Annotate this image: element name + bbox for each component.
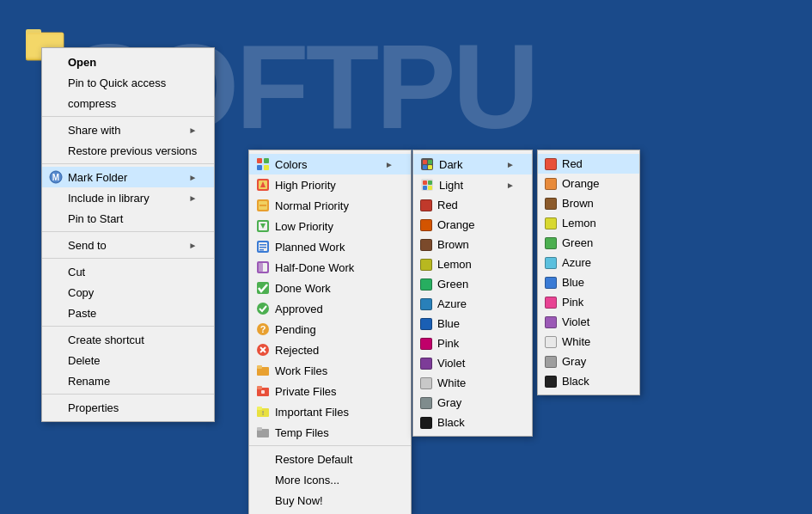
color-swatch [545, 277, 557, 289]
menu-item-buy-now[interactable]: Buy Now! [249, 490, 411, 511]
colors-icon [256, 157, 270, 171]
normal-priority-icon [256, 199, 270, 212]
menu-item-pending[interactable]: ? Pending [249, 319, 411, 340]
menu-item-more-icons[interactable]: More Icons... [249, 469, 411, 490]
menu-item-compress[interactable]: compress [42, 93, 214, 113]
svg-rect-38 [261, 390, 265, 394]
color-swatch [545, 376, 557, 388]
menu-item-approved[interactable]: Approved [249, 298, 411, 319]
menu-item-pink[interactable]: Pink [538, 292, 639, 312]
light-icon [420, 178, 434, 192]
menu-item-paste[interactable]: Paste [42, 303, 214, 323]
restore-default-icon [256, 452, 270, 466]
menu-item-violet[interactable]: Violet [538, 312, 639, 332]
menu-item-mark-folder[interactable]: M Mark Folder ► [42, 167, 214, 187]
pending-icon: ? [256, 322, 270, 336]
menu-item-cut[interactable]: Cut [42, 261, 214, 282]
svg-rect-46 [428, 160, 432, 164]
menu-item-green[interactable]: Green [538, 233, 639, 253]
menu-item-dark-lemon[interactable]: Lemon [413, 254, 532, 274]
svg-rect-50 [423, 181, 427, 185]
halfdone-work-icon [256, 260, 270, 274]
menu-item-dark-gray[interactable]: Gray [413, 393, 532, 413]
color-swatch [545, 198, 557, 210]
menu-item-colors[interactable]: Colors ► [249, 154, 411, 174]
pin-icon [49, 76, 63, 89]
delete-icon [49, 353, 63, 367]
svg-text:!: ! [262, 409, 265, 417]
svg-rect-22 [259, 247, 266, 248]
color-swatch [545, 336, 557, 348]
menu-item-high-priority[interactable]: High Priority [249, 174, 411, 195]
menu-item-azure[interactable]: Azure [538, 253, 639, 272]
menu-item-temp-files[interactable]: Temp Files [249, 422, 411, 443]
menu-item-done-work[interactable]: Done Work [249, 278, 411, 298]
menu-item-open[interactable]: Open [42, 52, 214, 72]
menu-item-copy[interactable]: Copy [42, 282, 214, 303]
menu-item-white[interactable]: White [538, 332, 639, 352]
menu-item-include-library[interactable]: Include in library ► [42, 187, 214, 208]
svg-text:?: ? [260, 324, 266, 334]
menu-item-delete[interactable]: Delete [42, 350, 214, 370]
menu-item-gray[interactable]: Gray [538, 352, 639, 371]
menu-item-rejected[interactable]: Rejected [249, 340, 411, 360]
menu-item-black[interactable]: Black [538, 371, 639, 391]
menu-item-properties[interactable]: Properties [42, 397, 214, 418]
temp-files-icon [256, 425, 270, 439]
menu-item-work-files[interactable]: Work Files [249, 360, 411, 381]
menu-item-dark-violet[interactable]: Violet [413, 353, 532, 373]
color-swatch [420, 417, 432, 429]
color-swatch [545, 158, 557, 170]
menu-item-rename[interactable]: Rename [42, 370, 214, 391]
menu-item-restore-prev[interactable]: Restore previous versions [42, 140, 214, 161]
menu-item-dark-brown[interactable]: Brown [413, 235, 532, 254]
menu-item-pin-start[interactable]: Pin to Start [42, 208, 214, 229]
menu-item-dark-pink[interactable]: Pink [413, 333, 532, 353]
menu-item-dark-white[interactable]: White [413, 373, 532, 393]
arrow-icon: ► [506, 181, 515, 190]
menu-item-blue[interactable]: Blue [538, 272, 639, 292]
color-swatch [545, 316, 557, 328]
menu-item-normal-priority[interactable]: Normal Priority [249, 195, 411, 216]
menu-item-brown[interactable]: Brown [538, 193, 639, 213]
color-swatch [545, 217, 557, 229]
menu-item-planned-work[interactable]: Planned Work [249, 236, 411, 257]
menu-item-send-to[interactable]: Send to ► [42, 235, 214, 255]
arrow-icon: ► [188, 125, 197, 135]
menu-item-dark-black[interactable]: Black [413, 413, 532, 432]
color-picker-submenu: Red Orange Brown Lemon Green Azure Blue … [537, 150, 640, 395]
menu-item-orange[interactable]: Orange [538, 174, 639, 193]
svg-text:M: M [52, 173, 59, 182]
menu-item-halfdone-work[interactable]: Half-Done Work [249, 257, 411, 278]
menu-item-dark-red[interactable]: Red [413, 195, 532, 215]
color-swatch [420, 239, 432, 251]
arrow-icon: ► [385, 160, 394, 169]
menu-item-dark-orange[interactable]: Orange [413, 215, 532, 235]
menu-item-dark-azure[interactable]: Azure [413, 294, 532, 314]
color-swatch [545, 257, 557, 269]
menu-item-pin-quick[interactable]: Pin to Quick access [42, 72, 214, 93]
menu-item-important-files[interactable]: ! Important Files [249, 401, 411, 422]
menu-item-dark[interactable]: Dark ► [413, 154, 532, 174]
menu-item-lemon[interactable]: Lemon [538, 213, 639, 233]
menu-item-low-priority[interactable]: Low Priority [249, 216, 411, 236]
menu-item-private-files[interactable]: Private Files [249, 381, 411, 401]
menu-item-restore-default[interactable]: Restore Default [249, 449, 411, 469]
approved-icon [256, 302, 270, 315]
menu-item-light[interactable]: Light ► [413, 174, 532, 195]
color-swatch [420, 219, 432, 231]
menu-item-create-shortcut[interactable]: Create shortcut [42, 329, 214, 350]
colors-submenu: Colors ► High Priority Normal Priority [248, 150, 412, 514]
menu-item-dark-green[interactable]: Green [413, 274, 532, 294]
menu-item-dark-blue[interactable]: Blue [413, 314, 532, 333]
menu-item-share-with[interactable]: Share with ► [42, 119, 214, 140]
svg-rect-47 [423, 165, 427, 169]
svg-rect-37 [257, 386, 262, 389]
svg-rect-6 [257, 158, 262, 163]
color-swatch [545, 237, 557, 249]
arrow-icon: ► [188, 193, 197, 203]
svg-rect-51 [428, 181, 432, 185]
pin-start-icon [49, 211, 63, 225]
menu-item-red[interactable]: Red [538, 154, 639, 174]
color-swatch [420, 377, 432, 389]
